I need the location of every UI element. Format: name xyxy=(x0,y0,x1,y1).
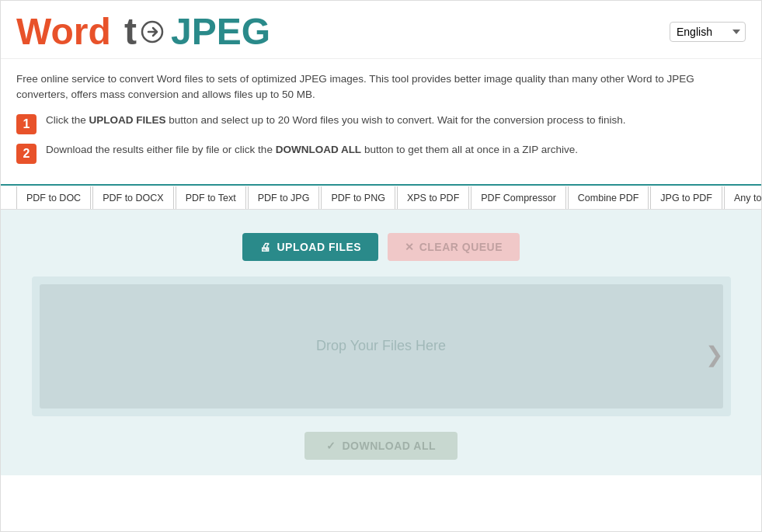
description: Free online service to convert Word file… xyxy=(1,59,761,113)
nav-right-arrow[interactable]: ❯ xyxy=(698,333,731,374)
clear-icon: ✕ xyxy=(405,241,415,253)
clear-queue-button[interactable]: ✕ CLEAR QUEUE xyxy=(388,233,520,261)
logo: Word t JPEG xyxy=(16,13,270,50)
header: Word t JPEG English Español Français Deu… xyxy=(1,1,761,59)
tab-pdf-to-docx[interactable]: PDF to DOCX xyxy=(92,186,174,210)
drop-text: Drop Your Files Here xyxy=(316,338,446,354)
step-1-text: Click the UPLOAD FILES button and select… xyxy=(46,113,626,128)
tab-xps-to-pdf[interactable]: XPS to PDF xyxy=(397,186,469,210)
clear-btn-label: CLEAR QUEUE xyxy=(419,241,503,253)
download-all-button[interactable]: ✓ DOWNLOAD ALL xyxy=(304,432,458,460)
tab-pdf-to-doc[interactable]: PDF to DOC xyxy=(16,186,91,210)
logo-jpeg: JPEG xyxy=(171,13,270,50)
download-icon: ✓ xyxy=(326,440,336,452)
language-dropdown[interactable]: English Español Français Deutsch Italian… xyxy=(670,22,746,42)
tab-pdf-to-png[interactable]: PDF to PNG xyxy=(321,186,395,210)
step-2: 2 Download the results either file by fi… xyxy=(16,142,746,164)
button-row: 🖨 UPLOAD FILES ✕ CLEAR QUEUE xyxy=(242,233,520,261)
tab-combine-pdf[interactable]: Combine PDF xyxy=(568,186,649,210)
logo-to: t xyxy=(114,13,168,50)
download-all-btn-label: DOWNLOAD ALL xyxy=(342,440,436,452)
upload-files-button[interactable]: 🖨 UPLOAD FILES xyxy=(242,233,378,261)
step-1: 1 Click the UPLOAD FILES button and sele… xyxy=(16,113,746,134)
description-text: Free online service to convert Word file… xyxy=(16,73,694,100)
drop-zone-inner: Drop Your Files Here xyxy=(40,284,723,409)
tab-pdf-to-jpg[interactable]: PDF to JPG xyxy=(248,186,320,210)
step-2-number: 2 xyxy=(16,144,37,164)
drop-wrapper: ❮ Drop Your Files Here ❯ xyxy=(32,276,731,432)
step-2-text: Download the results either file by file… xyxy=(46,142,578,158)
tab-pdf-compressor[interactable]: PDF Compressor xyxy=(471,186,566,210)
logo-icon xyxy=(137,16,168,47)
tab-pdf-to-text[interactable]: PDF to Text xyxy=(176,186,246,210)
drop-zone[interactable]: Drop Your Files Here xyxy=(32,276,731,416)
logo-word: Word xyxy=(16,13,111,50)
tab-any-to-pdf[interactable]: Any to PDF xyxy=(724,186,761,210)
tabs-bar: PDF to DOC PDF to DOCX PDF to Text PDF t… xyxy=(1,184,761,210)
upload-btn-label: UPLOAD FILES xyxy=(277,241,361,253)
tab-jpg-to-pdf[interactable]: JPG to PDF xyxy=(650,186,722,210)
steps-section: 1 Click the UPLOAD FILES button and sele… xyxy=(1,113,761,184)
upload-icon: 🖨 xyxy=(259,241,271,253)
language-selector[interactable]: English Español Français Deutsch Italian… xyxy=(670,22,746,42)
step-1-number: 1 xyxy=(16,114,37,134)
upload-area: 🖨 UPLOAD FILES ✕ CLEAR QUEUE ❮ Drop Your… xyxy=(1,210,761,475)
